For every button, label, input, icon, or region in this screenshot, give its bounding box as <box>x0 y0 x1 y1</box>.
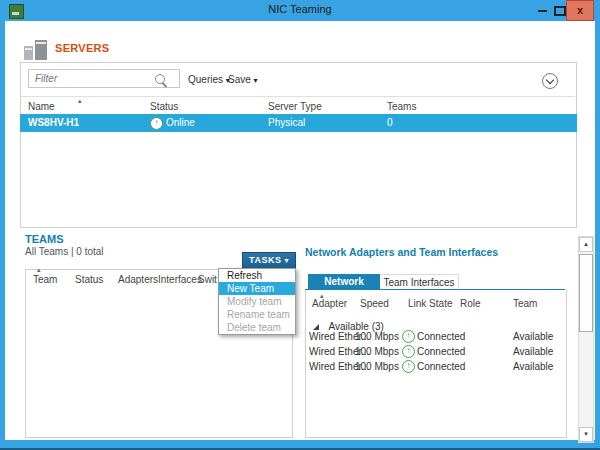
filter-bar-divider <box>21 96 575 97</box>
window-border-bottom <box>0 440 600 450</box>
menu-item-delete-team: Delete team <box>219 321 295 334</box>
adapters-col-adapter[interactable]: Adapter <box>312 298 347 309</box>
tasks-caret-icon: ▾ <box>284 256 289 265</box>
server-name: WS8HV-H1 <box>28 117 79 128</box>
collapse-panel-button[interactable] <box>542 73 558 89</box>
adapters-col-speed[interactable]: Speed <box>360 298 389 309</box>
adapter-team: Available <box>513 346 553 357</box>
servers-heading: SERVERS <box>55 42 109 54</box>
vertical-scrollbar[interactable]: ▴ ▾ <box>578 236 594 443</box>
adapter-row[interactable]: Wired Ether... 100 Mbps ↑ Connected Avai… <box>305 329 563 344</box>
queries-label: Queries <box>188 74 223 85</box>
scroll-up-button[interactable]: ▴ <box>579 237 593 252</box>
teams-heading: TEAMS <box>25 233 64 245</box>
menu-item-refresh[interactable]: Refresh <box>219 269 295 282</box>
server-type: Physical <box>268 117 305 128</box>
maximize-button[interactable] <box>552 2 565 17</box>
servers-col-teams[interactable]: Teams <box>387 101 416 112</box>
maximize-icon <box>554 6 566 16</box>
scroll-down-icon: ▾ <box>584 430 588 437</box>
servers-icon <box>24 38 48 62</box>
minimize-button[interactable] <box>536 2 549 17</box>
adapter-row[interactable]: Wired Ether... 100 Mbps ↑ Connected Avai… <box>305 359 563 374</box>
adapter-team: Available <box>513 331 553 342</box>
name-sort-icon: ▴ <box>78 97 82 105</box>
tasks-menu: Refresh New Team Modify team Rename team… <box>218 268 296 335</box>
teams-col-team[interactable]: Team <box>33 274 57 285</box>
window-border-right <box>595 21 600 450</box>
scrollbar-thumb[interactable] <box>579 254 593 332</box>
search-icon <box>155 74 165 84</box>
tasks-label: TASKS <box>249 255 281 265</box>
team-sort-icon: ▴ <box>37 266 41 274</box>
adapter-speed: 100 Mbps <box>355 331 399 342</box>
adapter-link-state: Connected <box>417 346 465 357</box>
tab-team-interfaces[interactable]: Team Interfaces <box>380 274 459 290</box>
connected-status-icon: ↑ <box>402 330 415 343</box>
save-dropdown[interactable]: Save ▾ <box>228 74 258 85</box>
save-caret-icon: ▾ <box>254 76 258 85</box>
connected-status-icon: ↑ <box>402 345 415 358</box>
scroll-down-button[interactable]: ▾ <box>579 427 593 442</box>
nic-teaming-window: NIC Teaming x SERVERS Queries ▾ Save ▾ ▴… <box>0 0 600 450</box>
adapter-speed: 100 Mbps <box>355 346 399 357</box>
adapters-heading: Network Adapters and Team Interfaces <box>305 246 498 258</box>
menu-item-new-team[interactable]: New Team <box>219 282 295 295</box>
window-border-left <box>0 21 5 450</box>
title-bar: NIC Teaming x <box>0 0 600 21</box>
online-status-icon: ↑ <box>150 117 163 130</box>
adapters-col-team[interactable]: Team <box>513 298 537 309</box>
teams-subtitle: All Teams | 0 total <box>25 246 104 257</box>
minimize-icon <box>538 10 547 12</box>
connected-status-icon: ↑ <box>402 360 415 373</box>
save-label: Save <box>228 74 251 85</box>
adapter-team: Available <box>513 361 553 372</box>
adapter-row[interactable]: Wired Ether... 100 Mbps ↑ Connected Avai… <box>305 344 563 359</box>
server-teams-count: 0 <box>387 117 393 128</box>
servers-col-status[interactable]: Status <box>150 101 178 112</box>
window-title: NIC Teaming <box>0 3 600 15</box>
server-status: Online <box>166 117 195 128</box>
menu-item-rename-team: Rename team <box>219 308 295 321</box>
adapter-link-state: Connected <box>417 361 465 372</box>
server-row[interactable]: WS8HV-H1 ↑ Online Physical 0 <box>20 114 577 132</box>
teams-col-status[interactable]: Status <box>75 274 103 285</box>
tab-network-adapters[interactable]: Network Adapters <box>308 274 380 289</box>
chevron-down-icon <box>546 76 554 84</box>
teams-col-switches[interactable]: Swit <box>198 274 217 285</box>
adapters-col-link-state[interactable]: Link State <box>408 298 452 309</box>
adapters-col-role[interactable]: Role <box>460 298 481 309</box>
adapter-speed: 100 Mbps <box>355 361 399 372</box>
menu-item-modify-team: Modify team <box>219 295 295 308</box>
close-button[interactable]: x <box>566 0 594 21</box>
queries-dropdown[interactable]: Queries ▾ <box>188 74 230 85</box>
adapter-link-state: Connected <box>417 331 465 342</box>
scroll-up-icon: ▴ <box>584 240 588 247</box>
teams-col-interfaces[interactable]: Interfaces <box>158 274 202 285</box>
servers-col-server-type[interactable]: Server Type <box>268 101 322 112</box>
teams-col-adapters[interactable]: Adapters <box>118 274 158 285</box>
servers-col-name[interactable]: Name <box>28 101 55 112</box>
